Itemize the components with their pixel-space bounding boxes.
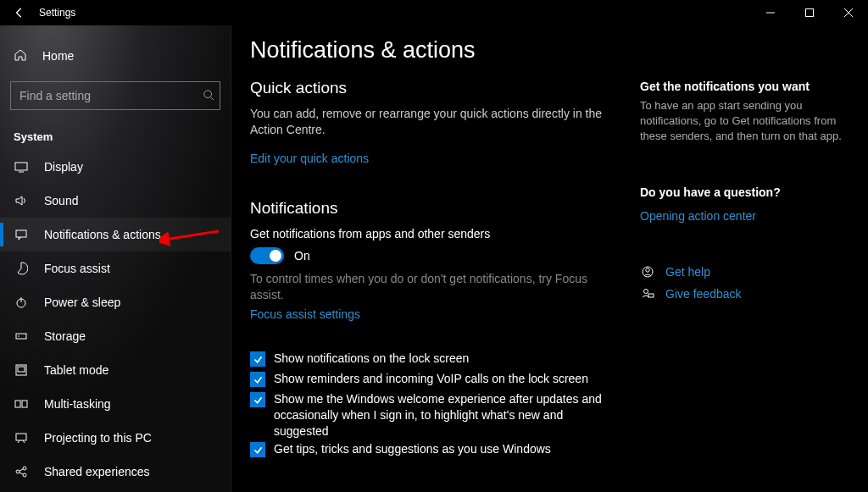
sidebar-item-storage[interactable]: Storage (0, 319, 231, 353)
give-feedback-link[interactable]: Give feedback (640, 287, 860, 301)
svg-rect-11 (16, 434, 26, 440)
svg-rect-2 (15, 163, 27, 170)
check-row-lock-screen[interactable]: Show notifications on the lock screen (250, 351, 615, 367)
checkbox-checked-icon[interactable] (250, 392, 265, 407)
search-icon (203, 89, 214, 103)
help-icon (640, 265, 655, 279)
sidebar-item-label: Sound (44, 194, 78, 207)
svg-rect-8 (18, 367, 25, 372)
svg-point-12 (16, 470, 19, 473)
quick-actions-desc: You can add, remove or rearrange your qu… (250, 106, 615, 138)
svg-point-1 (204, 90, 212, 97)
multitasking-icon (14, 397, 29, 411)
search-box[interactable] (10, 81, 220, 110)
sidebar-item-label: Storage (44, 329, 86, 343)
svg-point-6 (18, 335, 19, 337)
back-button[interactable] (7, 7, 32, 19)
nav-list: Display Sound Notifications & actions Fo… (0, 150, 231, 489)
sidebar-item-display[interactable]: Display (0, 150, 231, 184)
sidebar-item-label: Display (44, 160, 83, 174)
svg-rect-5 (16, 334, 26, 339)
check-row-voip[interactable]: Show reminders and incoming VoIP calls o… (250, 371, 615, 387)
sidebar-item-power-sleep[interactable]: Power & sleep (0, 285, 231, 319)
sidebar-item-sound[interactable]: Sound (0, 184, 231, 218)
display-icon (14, 160, 29, 174)
sound-icon (14, 194, 29, 207)
svg-point-14 (23, 473, 26, 477)
quick-actions-heading: Quick actions (250, 79, 615, 97)
checkbox-checked-icon[interactable] (250, 372, 265, 387)
sidebar: Home System Display Sound (0, 25, 231, 492)
check-label: Get tips, tricks and suggestions as you … (274, 441, 551, 457)
svg-rect-9 (15, 401, 20, 407)
focus-assist-icon (14, 262, 29, 275)
sidebar-item-projecting[interactable]: Projecting to this PC (0, 421, 231, 455)
sidebar-item-label: Projecting to this PC (44, 431, 152, 445)
notifications-icon (14, 228, 29, 241)
sidebar-item-tablet-mode[interactable]: Tablet mode (0, 353, 231, 387)
check-row-welcome[interactable]: Show me the Windows welcome experience a… (250, 391, 615, 439)
storage-icon (14, 329, 29, 343)
sidebar-section-label: System (0, 117, 231, 150)
sidebar-item-label: Focus assist (44, 262, 110, 275)
svg-point-16 (646, 268, 649, 271)
sidebar-item-multitasking[interactable]: Multi-tasking (0, 387, 231, 421)
home-label: Home (42, 49, 74, 63)
svg-point-13 (23, 467, 26, 470)
page-title: Notifications & actions (250, 37, 615, 64)
search-input[interactable] (18, 88, 203, 103)
sidebar-item-label: Multi-tasking (44, 397, 111, 411)
titlebar: Settings (0, 0, 868, 25)
get-help-link[interactable]: Get help (640, 265, 860, 279)
svg-rect-0 (806, 9, 814, 17)
shared-icon (14, 465, 29, 478)
side-question: Do you have a question? (640, 185, 860, 199)
toggle-knob (270, 250, 281, 262)
check-label: Show notifications on the lock screen (274, 351, 469, 367)
projecting-icon (14, 431, 29, 445)
sidebar-item-label: Tablet mode (44, 363, 108, 377)
sidebar-item-label: Notifications & actions (44, 228, 161, 241)
opening-action-center-link[interactable]: Opening action center (640, 209, 756, 223)
check-label: Show reminders and incoming VoIP calls o… (274, 371, 588, 387)
minimize-button[interactable] (751, 0, 790, 25)
content-area: Notifications & actions Quick actions Yo… (231, 25, 868, 492)
sidebar-item-shared-experiences[interactable]: Shared experiences (0, 455, 231, 489)
sidebar-item-focus-assist[interactable]: Focus assist (0, 252, 231, 285)
side-block1-title: Get the notifications you want (640, 80, 860, 93)
focus-assist-settings-link[interactable]: Focus assist settings (250, 307, 360, 321)
side-block1-text: To have an app start sending you notific… (640, 98, 860, 145)
sidebar-item-label: Shared experiences (44, 465, 150, 478)
notifications-toggle-label: Get notifications from apps and other se… (250, 226, 615, 242)
window-title: Settings (32, 7, 75, 19)
notifications-toggle[interactable] (250, 247, 284, 264)
help-label: Get help (665, 265, 710, 279)
check-label: Show me the Windows welcome experience a… (274, 391, 615, 439)
tablet-icon (14, 363, 29, 377)
sidebar-item-notifications[interactable]: Notifications & actions (0, 218, 231, 252)
maximize-button[interactable] (790, 0, 829, 25)
check-row-tips[interactable]: Get tips, tricks and suggestions as you … (250, 441, 615, 457)
home-nav[interactable]: Home (0, 41, 231, 71)
checkbox-checked-icon[interactable] (250, 442, 265, 457)
feedback-icon (640, 287, 655, 301)
home-icon (14, 48, 27, 64)
sidebar-item-label: Power & sleep (44, 296, 120, 309)
svg-rect-3 (16, 230, 26, 237)
svg-point-17 (644, 289, 648, 293)
notifications-heading: Notifications (250, 199, 615, 218)
toggle-state-label: On (294, 249, 310, 263)
svg-rect-10 (22, 401, 27, 407)
close-button[interactable] (829, 0, 868, 25)
checkbox-checked-icon[interactable] (250, 351, 265, 367)
focus-assist-desc: To control times when you do or don't ge… (250, 271, 615, 303)
edit-quick-actions-link[interactable]: Edit your quick actions (250, 152, 369, 165)
feedback-label: Give feedback (665, 287, 742, 301)
power-icon (14, 296, 29, 309)
